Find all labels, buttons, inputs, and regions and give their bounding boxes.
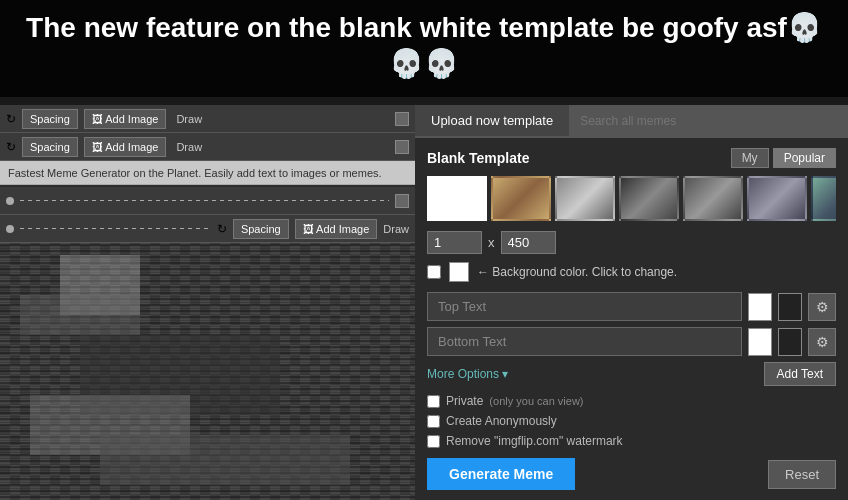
toolbar-row-4: ↻ Spacing 🖼 Add Image Draw [0,215,415,243]
action-row: Generate Meme Reset [427,458,836,500]
private-row: Private (only you can view) [427,394,836,408]
upload-tabs: Upload now template [415,105,848,138]
meme-text: Fastest Meme Generator on the Planet. Ea… [8,167,382,179]
more-options-row: More Options ▾ Add Text [427,362,836,386]
banner-text: The new feature on the blank white templ… [20,10,828,83]
bottom-text-gear[interactable]: ⚙ [808,328,836,356]
thumb-dark1[interactable] [619,176,679,221]
thumb-face2[interactable] [811,176,836,221]
spacing-btn-3[interactable]: Spacing [233,219,289,239]
small-square-3 [395,194,409,208]
thumb-blank[interactable] [427,176,487,221]
small-square-1 [395,112,409,126]
private-label: Private [446,394,483,408]
add-text-btn[interactable]: Add Text [764,362,836,386]
generate-meme-btn[interactable]: Generate Meme [427,458,575,490]
more-options-link[interactable]: More Options ▾ [427,367,508,381]
bg-color-label: ← Background color. Click to change. [477,265,677,279]
upload-tab[interactable]: Upload now template [415,105,570,136]
top-text-gear[interactable]: ⚙ [808,293,836,321]
small-dot-2 [6,225,14,233]
section-header: Blank Template My Popular [427,148,836,168]
template-thumbs [427,176,836,221]
bottom-text-row: ⚙ [427,327,836,356]
bottom-text-input[interactable] [427,327,742,356]
chevron-down-icon: ▾ [502,367,508,381]
add-image-btn-2[interactable]: 🖼 Add Image [84,137,167,157]
private-sub: (only you can view) [489,395,583,407]
top-text-color-black[interactable] [778,293,802,321]
refresh-icon-1[interactable]: ↻ [6,112,16,126]
bottom-text-color-black[interactable] [778,328,802,356]
bg-color-checkbox[interactable] [427,265,441,279]
size-x-label: x [488,235,495,250]
bottom-text-color-white[interactable] [748,328,772,356]
add-image-btn-1[interactable]: 🖼 Add Image [84,109,167,129]
anonymous-row: Create Anonymously [427,414,836,428]
small-square-2 [395,140,409,154]
spacing-btn-2[interactable]: Spacing [22,137,78,157]
my-popular-tabs: My Popular [731,148,836,168]
section-title: Blank Template [427,150,529,166]
pixel-block-5 [100,435,350,485]
meme-canvas: ↻ Spacing 🖼 Add Image Draw imgflip.com [0,215,415,500]
pixel-block-2 [20,295,140,335]
toolbar-row-1: ↻ Spacing 🖼 Add Image Draw [0,105,415,133]
my-tab[interactable]: My [731,148,769,168]
blank-template-section: Blank Template My Popular 1 x 4 [415,138,848,500]
add-image-btn-3[interactable]: 🖼 Add Image [295,219,378,239]
right-panel: Upload now template Blank Template My Po… [415,105,848,500]
anonymous-checkbox[interactable] [427,415,440,428]
anonymous-label: Create Anonymously [446,414,557,428]
thumb-colored2[interactable] [747,176,807,221]
size-row: 1 x 450 [427,231,836,254]
left-panel: feedback ↻ Spacing 🖼 Add Image Draw ↻ Sp… [0,105,415,500]
draw-label-2[interactable]: Draw [176,141,202,153]
top-text-input[interactable] [427,292,742,321]
toolbar-row-2: ↻ Spacing 🖼 Add Image Draw [0,133,415,161]
top-text-color-white[interactable] [748,293,772,321]
private-checkbox[interactable] [427,395,440,408]
toolbar-row-3 [0,187,415,215]
main-layout: feedback ↻ Spacing 🖼 Add Image Draw ↻ Sp… [0,105,848,500]
bg-color-row: ← Background color. Click to change. [427,262,836,282]
small-dot [6,197,14,205]
watermark-label: Remove "imgflip.com" watermark [446,434,623,448]
draw-label-1[interactable]: Draw [176,113,202,125]
refresh-icon-2[interactable]: ↻ [6,140,16,154]
refresh-icon-4[interactable]: ↻ [217,222,227,236]
watermark-row: Remove "imgflip.com" watermark [427,434,836,448]
thumb-face1[interactable] [491,176,551,221]
thumb-gray1[interactable] [683,176,743,221]
watermark-checkbox[interactable] [427,435,440,448]
height-input[interactable]: 450 [501,231,556,254]
spacing-btn-1[interactable]: Spacing [22,109,78,129]
search-input[interactable] [570,105,848,136]
thumb-colored1[interactable] [555,176,615,221]
draw-label-3[interactable]: Draw [383,223,409,235]
reset-btn[interactable]: Reset [768,460,836,489]
top-text-row: ⚙ [427,292,836,321]
meme-text-row: Fastest Meme Generator on the Planet. Ea… [0,161,415,185]
popular-tab[interactable]: Popular [773,148,836,168]
bg-color-swatch[interactable] [449,262,469,282]
width-input[interactable]: 1 [427,231,482,254]
top-banner: The new feature on the blank white templ… [0,0,848,97]
